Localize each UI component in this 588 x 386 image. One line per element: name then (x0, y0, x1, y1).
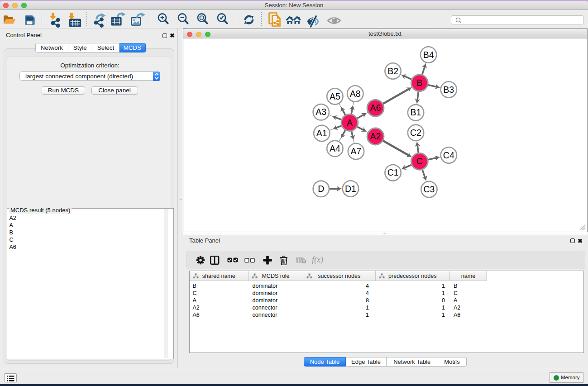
svg-text:A5: A5 (330, 91, 340, 101)
svg-text:A6: A6 (370, 103, 381, 113)
svg-text:B2: B2 (387, 66, 398, 76)
svg-text:C: C (416, 156, 423, 166)
svg-text:B1: B1 (411, 107, 421, 117)
svg-text:A7: A7 (351, 146, 362, 156)
svg-text:D: D (318, 183, 324, 193)
svg-text:C2: C2 (410, 127, 421, 137)
svg-text:D1: D1 (345, 183, 356, 193)
svg-text:A8: A8 (350, 88, 361, 98)
svg-text:A2: A2 (370, 131, 381, 141)
svg-text:C4: C4 (443, 150, 454, 160)
svg-text:A3: A3 (316, 107, 326, 117)
svg-text:B4: B4 (423, 49, 434, 59)
svg-text:C3: C3 (423, 184, 435, 194)
svg-text:B3: B3 (443, 84, 454, 94)
svg-text:A: A (347, 117, 353, 127)
svg-text:C1: C1 (387, 167, 399, 177)
svg-text:B: B (416, 77, 422, 87)
svg-text:A4: A4 (330, 143, 340, 153)
svg-text:A1: A1 (316, 128, 327, 138)
